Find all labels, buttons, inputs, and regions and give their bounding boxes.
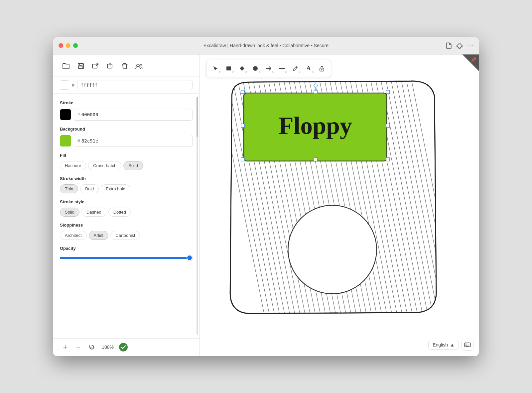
tool-ellipse-button[interactable]: 4 [249,62,262,75]
scrollbar-thumb [197,97,198,137]
opacity-slider-container [60,254,193,260]
sloppiness-section: Sloppiness Architect Artist Cartoonist [60,223,193,240]
svg-rect-65 [465,344,466,344]
sidebar-scroll-area: Stroke # Background [53,94,199,338]
background-color-row: # [60,135,193,147]
stroke-extra-bold-button[interactable]: Extra bold [101,184,130,193]
maximize-button[interactable] [73,43,78,48]
scrollbar[interactable] [197,97,198,335]
svg-point-7 [119,343,128,351]
keyboard-button[interactable] [462,339,473,351]
sloppiness-architect-button[interactable]: Architect [60,231,87,240]
fill-options: Hachure Cross-hatch Solid [60,161,193,170]
svg-rect-56 [241,157,244,161]
svg-rect-57 [314,157,317,161]
svg-rect-71 [467,345,468,345]
collaborate-button[interactable] [133,60,146,72]
sloppiness-label: Sloppiness [60,223,193,228]
props-panel: Stroke # Background [53,94,199,273]
bg-hash-symbol: # [72,82,74,88]
svg-rect-70 [466,345,467,345]
stroke-width-options: Thin Bold Extra bold [60,184,193,193]
stroke-width-section: Stroke width Thin Bold Extra bold [60,176,193,193]
main-content: # Stroke # [53,54,479,356]
tool-rectangle-button[interactable]: 2 [222,62,235,75]
bottom-bar: + − 100% [53,338,199,356]
minimize-button[interactable] [66,43,70,48]
stroke-width-label: Stroke width [60,176,193,181]
canvas-area: 1 2 3 4 [200,54,479,356]
sidebar: # Stroke # [53,54,200,356]
share-button[interactable] [104,60,116,72]
sloppiness-cartoonist-button[interactable]: Cartoonist [110,231,140,240]
stroke-solid-button[interactable]: Solid [60,208,79,217]
sidebar-toolbar [53,54,199,77]
stroke-style-options: Solid Dashed Dotted [60,208,193,217]
stroke-color-input[interactable] [80,109,189,120]
svg-point-61 [314,84,317,87]
tool-lock-button[interactable] [316,62,328,75]
fill-solid-button[interactable]: Solid [123,161,143,170]
app-window: Excalidraw | Hand-drawn look & feel • Co… [53,37,479,356]
stroke-color-swatch[interactable] [60,109,71,120]
tool-line-button[interactable]: 6 [276,62,288,75]
titlebar-actions: ⋯ [446,42,473,49]
bg-hash: # [77,138,80,144]
svg-rect-4 [107,64,112,68]
language-arrow-icon: ▲ [450,342,455,347]
save-file-button[interactable] [74,60,87,72]
new-document-icon[interactable] [446,42,452,49]
svg-rect-59 [241,124,244,127]
svg-rect-67 [467,344,468,344]
stroke-color-row: # [60,109,193,121]
floppy-disk-group: Floppy [216,76,462,331]
bg-color-input[interactable] [77,80,193,90]
titlebar: Excalidraw | Hand-drawn look & feel • Co… [53,37,479,54]
stroke-bold-button[interactable]: Bold [80,184,99,193]
fill-crosshatch-button[interactable]: Cross-hatch [88,161,121,170]
tool-select-button[interactable]: 1 [209,62,222,75]
tool-text-button[interactable]: A 8 [302,62,315,75]
fill-hachure-button[interactable]: Hachure [60,161,86,170]
export-image-button[interactable] [89,60,102,72]
opacity-slider[interactable] [60,257,193,259]
zoom-out-button[interactable]: − [73,342,84,352]
canvas-bottom-right: English ▲ [428,339,473,351]
more-options-icon[interactable]: ⋯ [467,42,473,49]
drawing-canvas[interactable]: Floppy [200,54,479,356]
svg-point-6 [140,64,142,66]
window-title: Excalidraw | Hand-drawn look & feel • Co… [203,43,329,48]
stroke-thin-button[interactable]: Thin [60,184,78,193]
stroke-dashed-button[interactable]: Dashed [81,208,106,217]
close-button[interactable] [59,43,63,48]
bg-color-swatch[interactable] [60,80,69,90]
svg-point-9 [253,66,258,71]
fill-section: Fill Hachure Cross-hatch Solid [60,153,193,170]
background-color-input[interactable] [80,135,189,147]
tool-pencil-button[interactable]: 7 [289,62,302,75]
tool-diamond-button[interactable]: 3 [236,62,248,75]
svg-rect-2 [79,66,83,68]
svg-rect-3 [92,64,97,68]
svg-rect-72 [469,345,469,345]
svg-rect-68 [469,344,469,344]
stroke-hash: # [77,112,80,117]
open-file-button[interactable] [60,60,72,72]
excalidraw-logo [118,342,128,352]
background-color-swatch[interactable] [60,135,71,147]
svg-rect-58 [386,157,389,161]
language-label: English [433,342,448,347]
stroke-dotted-button[interactable]: Dotted [108,208,131,217]
sloppiness-artist-button[interactable]: Artist [89,231,109,240]
language-selector[interactable]: English ▲ [428,340,459,350]
svg-rect-54 [314,90,317,93]
delete-button[interactable] [118,60,131,72]
svg-point-11 [322,69,323,70]
zoom-reset-button[interactable] [86,342,97,352]
zoom-level-label: 100% [100,344,116,350]
tool-arrow-button[interactable]: 5 [262,62,275,75]
extensions-icon[interactable] [456,42,463,49]
svg-rect-66 [466,344,467,344]
zoom-in-button[interactable]: + [60,342,70,352]
fill-label: Fill [60,153,193,158]
